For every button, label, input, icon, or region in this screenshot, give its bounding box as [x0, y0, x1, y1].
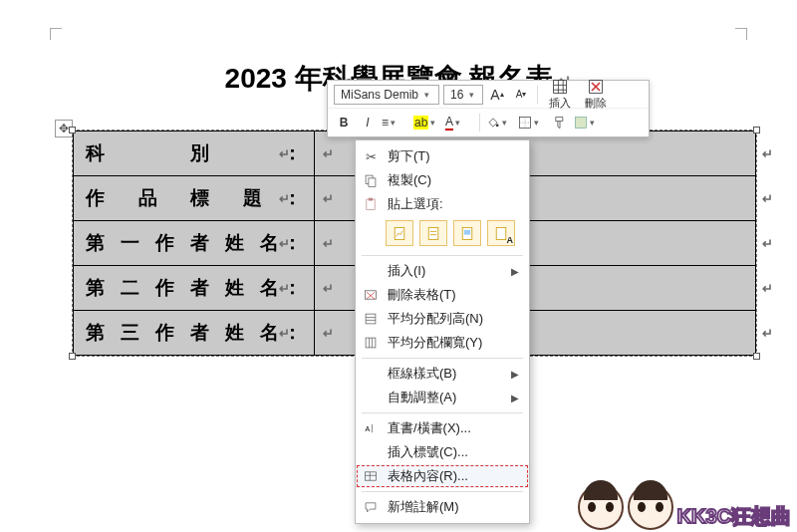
- table-insert-icon: [551, 79, 569, 95]
- distribute-cols-icon: [362, 336, 380, 350]
- mascot-icon: [578, 484, 624, 530]
- cell-mark-icon: ↵: [323, 191, 334, 206]
- row-mark-icon: ↵: [762, 191, 773, 206]
- cell-mark-icon: ↵: [323, 146, 334, 161]
- svg-rect-0: [554, 80, 567, 93]
- svg-rect-14: [369, 178, 376, 186]
- chevron-down-icon: ▾: [424, 86, 429, 104]
- chevron-right-icon: ▶: [511, 266, 519, 277]
- row-label-cell[interactable]: 第三作者姓名：↵: [74, 311, 315, 356]
- chevron-down-icon: ▾: [469, 86, 474, 104]
- delete-button[interactable]: 刪除: [580, 79, 612, 111]
- sel-handle[interactable]: [69, 127, 76, 133]
- sel-handle[interactable]: [753, 127, 760, 133]
- svg-rect-33: [365, 472, 376, 480]
- menu-cut[interactable]: ✂ 剪下(T): [356, 144, 529, 168]
- row-mark-icon: ↵: [762, 326, 773, 341]
- svg-rect-20: [464, 230, 470, 235]
- menu-distribute-cols[interactable]: 平均分配欄寬(Y): [356, 331, 529, 355]
- row-label-cell[interactable]: 第一作者姓名：↵: [74, 221, 315, 266]
- font-color-button[interactable]: A▾: [445, 113, 473, 133]
- context-menu: ✂ 剪下(T) 複製(C) 貼上選項: A 插入(I)▶ 刪除表格(T) 平均分…: [355, 139, 530, 524]
- chevron-right-icon: ▶: [511, 393, 519, 403]
- svg-point-8: [496, 124, 499, 127]
- comment-icon: [362, 500, 380, 514]
- row-mark-icon: ↵: [762, 236, 773, 251]
- menu-new-comment[interactable]: 新增註解(M): [356, 495, 529, 519]
- page-corner-tr: [735, 28, 747, 40]
- sel-handle[interactable]: [69, 353, 76, 360]
- menu-autofit[interactable]: 自動調整(A)▶: [356, 386, 529, 409]
- svg-rect-21: [496, 227, 506, 239]
- cell-mark-icon: ↵: [323, 236, 334, 251]
- paste-keep-source[interactable]: [386, 220, 413, 246]
- row-label-cell[interactable]: 科別：↵: [74, 132, 315, 176]
- menu-text-direction[interactable]: A 直書/橫書(X)...: [356, 416, 529, 440]
- paste-picture[interactable]: [453, 220, 481, 246]
- sel-handle[interactable]: [753, 353, 760, 360]
- format-painter-button[interactable]: [550, 113, 570, 133]
- borders-icon: [518, 116, 532, 130]
- row-label-cell[interactable]: 第二作者姓名：↵: [74, 266, 315, 311]
- grow-font-button[interactable]: A▴: [487, 85, 507, 105]
- menu-distribute-rows[interactable]: 平均分配列高(N): [356, 307, 529, 331]
- italic-button[interactable]: I: [358, 113, 378, 133]
- menu-insert-caption[interactable]: 插入標號(C)...: [356, 440, 529, 464]
- page-corner-tl: [50, 28, 62, 40]
- cell-mark-icon: ↵: [279, 146, 306, 161]
- styles-icon: [574, 116, 588, 130]
- menu-border-style[interactable]: 框線樣式(B)▶: [356, 362, 529, 386]
- row-mark-icon: ↵: [762, 281, 773, 296]
- cell-mark-icon: ↵: [279, 191, 306, 206]
- properties-icon: [362, 469, 380, 483]
- styles-button[interactable]: ▾: [574, 113, 602, 133]
- brush-icon: [553, 116, 567, 130]
- font-family-combo[interactable]: MiSans Demib▾: [334, 85, 439, 105]
- svg-rect-25: [366, 314, 376, 324]
- table-delete-icon: [587, 79, 605, 95]
- distribute-rows-icon: [362, 312, 380, 326]
- mini-toolbar: MiSans Demib▾ 16▾ A▴ A▾ 插入 刪除 B I ≡▾ ab▾…: [327, 80, 650, 137]
- svg-rect-12: [575, 117, 586, 128]
- menu-insert[interactable]: 插入(I)▶: [356, 259, 529, 283]
- mascot-icon: [628, 484, 673, 530]
- paste-options-row: A: [356, 216, 529, 252]
- paste-merge[interactable]: [419, 220, 447, 246]
- text-direction-icon: A: [362, 421, 380, 435]
- paste-text-only[interactable]: A: [487, 220, 515, 246]
- row-label-cell[interactable]: 作品標題：↵: [74, 176, 315, 221]
- svg-rect-28: [366, 338, 376, 348]
- row-mark-icon: ↵: [762, 146, 773, 161]
- chevron-right-icon: ▶: [511, 369, 519, 380]
- cell-mark-icon: ↵: [279, 326, 306, 341]
- align-button[interactable]: ≡▾: [382, 113, 409, 133]
- shading-button[interactable]: ▾: [486, 113, 514, 133]
- cell-mark-icon: ↵: [279, 281, 306, 296]
- watermark: KK3C狂想曲: [578, 484, 791, 530]
- cell-mark-icon: ↵: [279, 236, 306, 251]
- font-size-combo[interactable]: 16▾: [443, 85, 483, 105]
- highlight-button[interactable]: ab▾: [413, 113, 441, 133]
- insert-button[interactable]: 插入: [544, 79, 576, 111]
- cell-mark-icon: ↵: [323, 281, 334, 296]
- borders-button[interactable]: ▾: [518, 113, 546, 133]
- copy-icon: [362, 173, 380, 187]
- menu-copy[interactable]: 複製(C): [356, 168, 529, 192]
- menu-delete-table[interactable]: 刪除表格(T): [356, 283, 529, 307]
- bold-button[interactable]: B: [334, 113, 354, 133]
- cell-mark-icon: ↵: [323, 326, 334, 341]
- svg-rect-15: [367, 199, 375, 210]
- clipboard-icon: [362, 197, 380, 211]
- scissors-icon: ✂: [362, 149, 380, 164]
- menu-table-properties[interactable]: 表格內容(R)...: [356, 464, 529, 488]
- menu-paste-options-label: 貼上選項:: [356, 192, 529, 216]
- svg-rect-18: [428, 227, 438, 239]
- svg-rect-16: [369, 198, 373, 201]
- svg-text:A: A: [365, 425, 370, 432]
- shrink-font-button[interactable]: A▾: [511, 85, 531, 105]
- bucket-icon: [486, 116, 500, 130]
- delete-table-icon: [362, 288, 380, 302]
